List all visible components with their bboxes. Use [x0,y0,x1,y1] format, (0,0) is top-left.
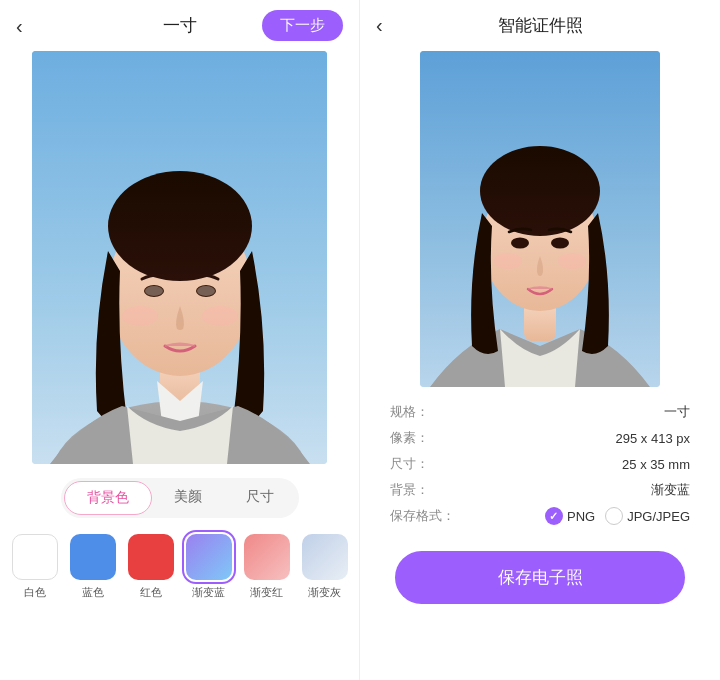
info-label-pixels: 像素： [390,429,446,447]
radio-jpg-circle [605,507,623,525]
info-row-pixels: 像素： 295 x 413 px [390,429,690,447]
info-row-dimensions: 尺寸： 25 x 35 mm [390,455,690,473]
svg-point-17 [551,238,569,249]
info-row-size: 规格： 一寸 [390,403,690,421]
color-label-red: 红色 [140,585,162,600]
right-title: 智能证件照 [498,14,583,37]
right-panel: ‹ 智能证件照 [360,0,720,680]
color-label-grad-blue: 渐变蓝 [192,585,225,600]
left-header: ‹ 一寸 下一步 [0,14,359,37]
color-swatch-grad-gray[interactable] [302,534,348,580]
right-header: ‹ 智能证件照 [360,14,720,37]
color-red-wrap: 红色 [128,534,174,600]
tab-beauty[interactable]: 美颜 [152,481,224,515]
svg-point-8 [145,286,163,296]
color-white-wrap: 白色 [12,534,58,600]
info-value-pixels: 295 x 413 px [616,431,690,446]
info-label-bg: 背景： [390,481,446,499]
tab-size[interactable]: 尺寸 [224,481,296,515]
info-value-bg: 渐变蓝 [651,481,690,499]
info-label-size: 规格： [390,403,446,421]
svg-point-5 [108,171,252,281]
right-photo [420,51,660,387]
left-portrait-bg [32,51,327,464]
color-swatch-grad-blue[interactable] [186,534,232,580]
jpg-label: JPG/JPEG [627,509,690,524]
svg-point-16 [511,238,529,249]
save-button[interactable]: 保存电子照 [395,551,685,604]
info-row-format: 保存格式： ✓ PNG JPG/JPEG [390,507,690,525]
color-grad-blue-wrap: 渐变蓝 [186,534,232,600]
radio-jpg[interactable]: JPG/JPEG [605,507,690,525]
color-swatch-white[interactable] [12,534,58,580]
color-swatch-grad-red[interactable] [244,534,290,580]
info-table: 规格： 一寸 像素： 295 x 413 px 尺寸： 25 x 35 mm 背… [360,387,720,533]
color-swatch-red[interactable] [128,534,174,580]
info-value-dimensions: 25 x 35 mm [622,457,690,472]
png-label: PNG [567,509,595,524]
color-label-blue: 蓝色 [82,585,104,600]
svg-point-15 [480,146,600,236]
color-blue-wrap: 蓝色 [70,534,116,600]
format-options: ✓ PNG JPG/JPEG [545,507,690,525]
svg-point-9 [197,286,215,296]
color-grad-gray-wrap: 渐变灰 [302,534,348,600]
color-grad-red-wrap: 渐变红 [244,534,290,600]
back-button-right[interactable]: ‹ [376,14,383,37]
left-panel: ‹ 一寸 下一步 [0,0,360,680]
color-label-white: 白色 [24,585,46,600]
left-title: 一寸 [163,14,197,37]
back-button-left[interactable]: ‹ [16,16,23,36]
color-swatch-row: 白色 蓝色 红色 渐变蓝 渐变红 渐变灰 [12,534,348,600]
info-label-dimensions: 尺寸： [390,455,446,473]
svg-point-19 [558,253,586,269]
svg-point-11 [202,306,238,326]
radio-png-circle: ✓ [545,507,563,525]
info-value-size: 一寸 [664,403,690,421]
radio-png[interactable]: ✓ PNG [545,507,595,525]
next-button[interactable]: 下一步 [262,10,343,41]
info-row-bg: 背景： 渐变蓝 [390,481,690,499]
tab-bg-color[interactable]: 背景色 [64,481,152,515]
tab-bar: 背景色 美颜 尺寸 [61,478,299,518]
left-photo [32,51,327,464]
info-label-format: 保存格式： [390,507,455,525]
color-label-grad-red: 渐变红 [250,585,283,600]
check-icon: ✓ [549,510,558,523]
color-swatch-blue[interactable] [70,534,116,580]
svg-point-10 [122,306,158,326]
color-label-grad-gray: 渐变灰 [308,585,341,600]
svg-point-18 [494,253,522,269]
right-portrait-bg [420,51,660,387]
